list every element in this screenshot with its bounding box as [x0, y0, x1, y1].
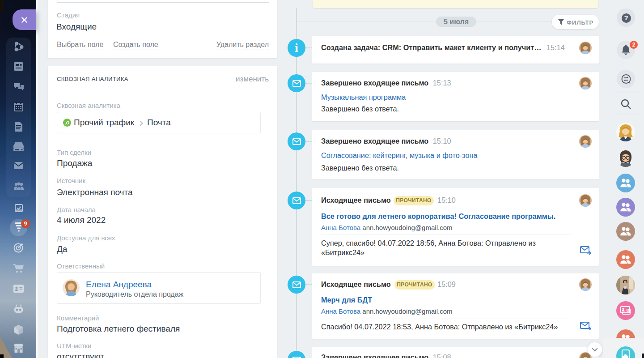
svg-text:@: @: [626, 308, 630, 312]
